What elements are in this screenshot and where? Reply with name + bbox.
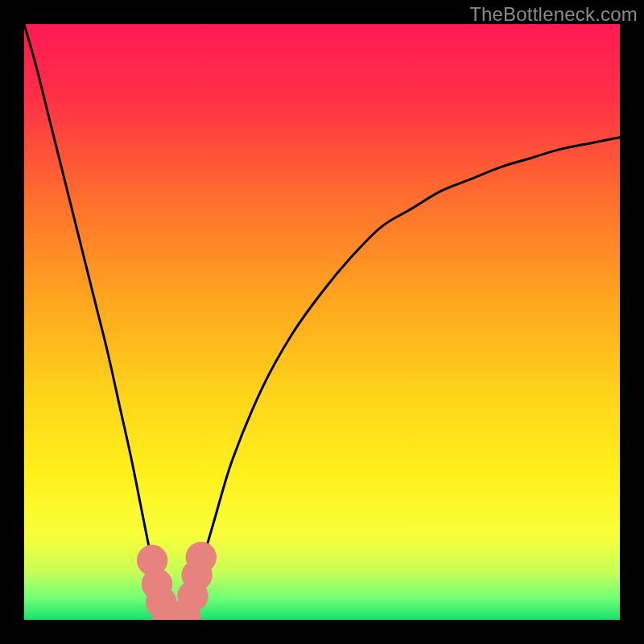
watermark-text: TheBottleneck.com bbox=[469, 3, 638, 26]
chart-frame: TheBottleneck.com bbox=[0, 0, 644, 644]
curve-marker bbox=[186, 542, 217, 572]
chart-plot-area bbox=[24, 24, 620, 620]
gradient-background bbox=[24, 24, 620, 620]
chart-svg bbox=[24, 24, 620, 620]
